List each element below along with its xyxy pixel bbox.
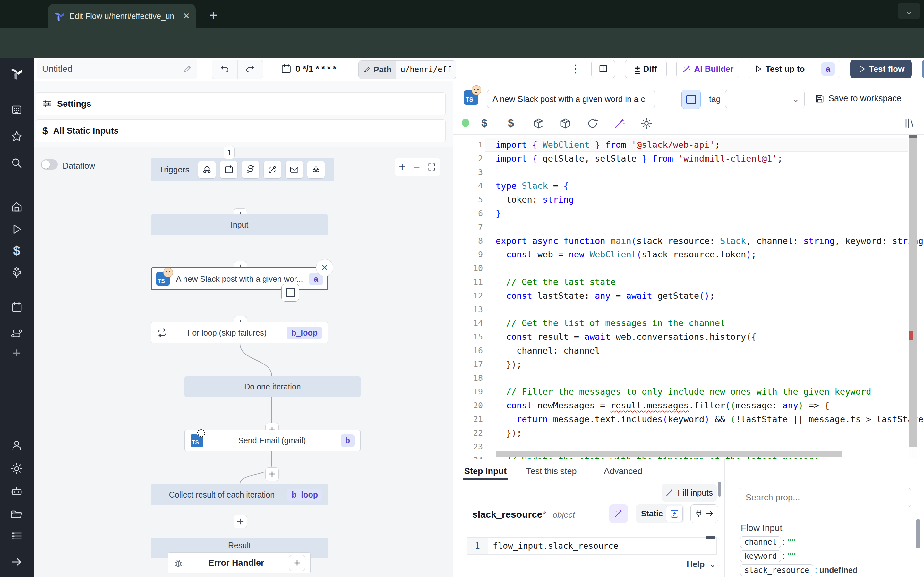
expr-text: flow_input.slack_resource — [493, 541, 618, 551]
node-forloop[interactable]: For loop (skip failures) b_loop — [151, 322, 328, 343]
test-flow-button[interactable]: Test flow — [850, 60, 912, 78]
edit-pencil-icon[interactable] — [183, 64, 192, 74]
undo-icon — [220, 64, 229, 74]
path-button[interactable]: Path u/henri/eff — [359, 60, 456, 79]
flow-settings-button[interactable]: Settings — [36, 92, 446, 115]
favorites-star-icon[interactable] — [11, 131, 23, 143]
tab-search-chevron-icon[interactable]: ⌄ — [898, 3, 920, 19]
node-input[interactable]: Input — [151, 214, 328, 235]
prop-row[interactable]: slack_resource : undefined — [740, 564, 858, 576]
flow-input-section-label: Flow Input — [741, 523, 782, 533]
webhook-trigger-icon[interactable] — [198, 161, 216, 178]
diff-button[interactable]: ± Diff — [625, 60, 667, 78]
zoom-in-icon[interactable]: + — [399, 160, 405, 174]
function-mode-button[interactable] — [666, 506, 683, 522]
http-route-trigger-icon[interactable] — [242, 161, 259, 178]
http-routes-icon[interactable] — [10, 327, 23, 340]
more-options-kebab-icon[interactable]: ⋮ — [570, 62, 581, 75]
settings-gear-icon[interactable] — [10, 462, 23, 475]
stop-after-step-button[interactable] — [281, 284, 299, 301]
tab-test-this-step[interactable]: Test this step — [526, 466, 577, 476]
search-prop-input[interactable] — [740, 488, 911, 508]
node-error-handler[interactable]: Error Handler — [168, 552, 310, 574]
cache-box-button[interactable] — [682, 90, 701, 109]
scrollbar-thumb[interactable] — [909, 138, 917, 447]
add-step-button[interactable] — [265, 467, 279, 481]
schedules-icon[interactable] — [11, 301, 23, 313]
tab-close-icon[interactable]: ✕ — [183, 11, 190, 21]
add-step-button[interactable] — [234, 515, 247, 528]
expression-editor[interactable]: 1 flow_input.slack_resource — [467, 537, 717, 554]
props-scrollbar-thumb[interactable] — [916, 519, 920, 548]
websocket-trigger-icon[interactable] — [264, 161, 281, 178]
workspace-icon[interactable] — [11, 104, 23, 116]
prop-row[interactable]: keyword : "" — [740, 550, 796, 562]
scrollbar-shadow — [909, 135, 917, 138]
node-send-email[interactable]: TS Send Email (gmail) b — [184, 430, 360, 451]
test-up-to-button[interactable]: Test up to a — [748, 60, 840, 78]
panel-scrollbar-thumb[interactable] — [718, 482, 721, 496]
docs-book-button[interactable] — [591, 60, 615, 78]
code-editor[interactable]: 1import { WebClient } from '@slack/web-a… — [453, 135, 924, 459]
sidebar-plus-icon[interactable]: + — [13, 345, 21, 361]
prop-row[interactable]: channel : "" — [740, 536, 796, 548]
remove-step-button[interactable]: ✕ — [316, 259, 333, 276]
tab-step-input[interactable]: Step Input — [464, 466, 507, 476]
code-line: 15 const result = await web.conversation… — [453, 330, 909, 343]
workers-robot-icon[interactable] — [10, 485, 23, 498]
flow-name-field[interactable]: Untitled — [37, 59, 197, 79]
package-icon[interactable] — [533, 117, 545, 129]
fill-inputs-button[interactable]: Fill inputs — [662, 484, 717, 502]
collapse-sidebar-arrow-icon[interactable] — [10, 556, 23, 568]
ai-wand-icon[interactable] — [614, 117, 626, 129]
node-slack-step[interactable]: TS A new Slack post with a given wor... … — [151, 268, 328, 290]
search-icon[interactable] — [11, 157, 23, 169]
schedule-summary[interactable]: 0 */1 * * * * — [281, 60, 336, 78]
email-trigger-icon[interactable] — [286, 161, 303, 178]
all-static-inputs-button[interactable]: $ All Static Inputs — [36, 119, 446, 142]
new-tab-icon[interactable]: + — [209, 7, 218, 23]
reload-icon[interactable] — [586, 117, 599, 129]
folders-icon[interactable] — [10, 508, 23, 521]
schedule-trigger-icon[interactable]: 1 — [220, 161, 237, 178]
zoom-out-icon[interactable]: − — [413, 160, 420, 174]
runs-icon[interactable] — [11, 223, 23, 235]
step-summary-input[interactable] — [487, 90, 655, 108]
node-collect-result[interactable]: Collect result of each iteration b_loop — [151, 484, 328, 505]
save-icon — [815, 94, 825, 103]
browser-tab[interactable]: Edit Flow u/henri/effective_un ✕ — [48, 4, 196, 28]
windmill-logo-icon[interactable] — [10, 66, 24, 80]
fullscreen-icon[interactable] — [428, 163, 436, 171]
static-mode-toggle[interactable]: Static — [636, 504, 684, 523]
arg-type-label: object — [553, 510, 575, 520]
connect-input-button[interactable] — [690, 504, 718, 523]
add-error-handler-button[interactable] — [289, 555, 305, 571]
tab-advanced[interactable]: Advanced — [604, 466, 642, 476]
package-icon[interactable] — [559, 117, 572, 129]
resources-icon[interactable] — [10, 266, 23, 279]
flow-canvas[interactable]: Dataflow + − Triggers 1 — [34, 147, 453, 577]
editor-settings-gear-icon[interactable] — [640, 117, 653, 129]
editor-vertical-scrollbar[interactable] — [909, 135, 917, 459]
undo-button[interactable] — [212, 60, 238, 79]
redo-button[interactable] — [238, 60, 263, 79]
save-to-workspace-button[interactable]: Save to workspace — [815, 93, 901, 103]
variables-picker-icon[interactable]: $ — [481, 117, 487, 129]
prop-key: keyword — [740, 550, 781, 562]
ai-builder-button[interactable]: AI Builder — [676, 60, 739, 78]
prop-key: slack_resource — [740, 564, 813, 576]
ai-suggest-button[interactable] — [609, 504, 628, 523]
resources-picker-icon[interactable]: $ — [508, 117, 514, 129]
scraper-trigger-icon[interactable] — [307, 161, 325, 178]
tag-select[interactable]: ⌄ — [725, 90, 804, 108]
users-icon[interactable] — [11, 440, 23, 452]
logs-list-icon[interactable] — [11, 530, 23, 542]
node-do-one-iteration[interactable]: Do one iteration — [184, 376, 360, 397]
draft-button[interactable]: Draft — [922, 60, 924, 78]
dataflow-toggle[interactable] — [41, 159, 58, 169]
library-icon[interactable] — [903, 117, 915, 129]
step-detail-panel: Step Input Test this step Advanced Fill … — [453, 459, 924, 577]
home-icon[interactable] — [11, 201, 23, 213]
help-button[interactable]: Help⌄ — [687, 559, 716, 569]
variables-icon[interactable]: $ — [13, 243, 20, 258]
